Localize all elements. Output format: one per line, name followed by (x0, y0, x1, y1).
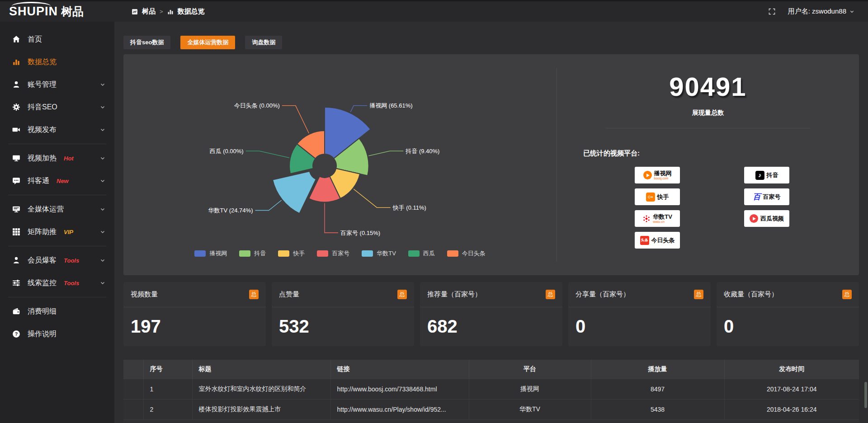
legend-label: 今日头条 (462, 249, 486, 258)
sidebar-item-matrix-boost[interactable]: 矩阵助推VIP (0, 221, 114, 243)
monitor-icon (12, 154, 20, 162)
pie-label-抖音: 抖音 (9.40%) (405, 148, 439, 155)
total-badge[interactable]: 总 (397, 290, 407, 299)
total-impressions-label: 展现量总数 (557, 109, 859, 117)
cell-time: 2018-04-26 16:24 (724, 399, 859, 419)
platform-badges: 播视网boosj.com♪抖音快手百百家号华数TVwasu.cn西瓜视频头条今日… (635, 167, 859, 249)
sidebar-item-label: 线索监控 (28, 278, 57, 288)
breadcrumb-current[interactable]: 数据总览 (178, 7, 205, 16)
platform-name: 百家号 (763, 194, 781, 200)
fullscreen-icon[interactable] (769, 8, 775, 15)
boosj-logo (643, 171, 652, 179)
summary-area: 90491 展现量总数 已统计的视频平台: 播视网boosj.com♪抖音快手百… (557, 54, 859, 275)
sidebar-item-video-heat[interactable]: 视频加热Hot (0, 147, 114, 169)
app-logo[interactable]: SHUPIN 树品 (0, 4, 114, 19)
legend-item-今日头条[interactable]: 今日头条 (447, 249, 486, 258)
chevron-down-icon (100, 258, 105, 263)
sidebar-item-spending-detail[interactable]: 消费明细 (0, 300, 114, 323)
cell-title[interactable]: 楼体投影灯投影效果震撼上市 (192, 399, 330, 419)
user-icon (12, 80, 20, 89)
pie-label-今日头条: 今日头条 (0.00%) (234, 102, 280, 109)
total-badge[interactable]: 总 (546, 290, 555, 299)
cell-time: 2017-08-24 17:04 (724, 379, 859, 399)
logo-text-en: SHUPIN (9, 5, 58, 18)
scrollbar-thumb[interactable] (864, 382, 867, 408)
stat-card-value: 682 (420, 307, 562, 337)
main-content: 抖音seo数据全媒体运营数据询盘数据 播视网 (65.61%)抖音 (9.40%… (114, 22, 868, 423)
logo-text-cn: 树品 (61, 4, 84, 19)
rose-chart-area: 播视网 (65.61%)抖音 (9.40%)快手 (0.11%)百家号 (0.1… (123, 54, 557, 275)
column-header: 链接 (330, 360, 469, 379)
column-header: 播放量 (591, 360, 724, 379)
user-menu[interactable]: 用户名: zswodun88 (788, 7, 854, 16)
breadcrumb-root[interactable]: 树品 (142, 7, 156, 16)
legend-item-西瓜[interactable]: 西瓜 (408, 249, 435, 258)
breadcrumb: 树品 > 数据总览 (132, 7, 205, 16)
total-badge[interactable]: 总 (842, 290, 852, 299)
column-header: 发布时间 (724, 360, 859, 379)
sidebar-item-label: 全媒体运营 (28, 205, 64, 214)
legend-swatch (408, 250, 420, 257)
legend-swatch (278, 250, 289, 257)
legend-swatch (362, 250, 373, 257)
sidebar-item-video-publish[interactable]: 视频发布 (0, 118, 114, 141)
total-badge[interactable]: 总 (694, 290, 703, 299)
cell-link[interactable]: http://www.wasu.cn/Play/show/id/952... (330, 399, 469, 419)
platform-name: 华数TV (653, 214, 672, 220)
tab-bar: 抖音seo数据全媒体运营数据询盘数据 (123, 36, 859, 49)
cell-link[interactable]: http://www.boosj.com/7338468.html (330, 379, 469, 399)
video-icon (12, 126, 20, 134)
toutiao-logo: 头条 (640, 236, 649, 245)
sidebar-item-label: 会员爆客 (28, 256, 57, 265)
platform-name: 抖音 (767, 172, 778, 179)
legend-item-抖音[interactable]: 抖音 (239, 249, 266, 258)
pie-slice-华数TV[interactable] (273, 171, 316, 213)
stat-card-value: 532 (272, 307, 414, 337)
legend-swatch (194, 250, 206, 257)
sidebar-item-label: 账号管理 (28, 80, 57, 89)
videos-table: 序号标题链接平台播放量发布时间 1室外水纹灯和室内水纹灯的区别和简介http:/… (123, 360, 859, 419)
pie-label-播视网: 播视网 (65.61%) (369, 102, 412, 109)
sidebar-item-home[interactable]: 首页 (0, 28, 114, 51)
gear-icon (12, 103, 20, 111)
tab-media-ops-data[interactable]: 全媒体运营数据 (180, 36, 235, 49)
xigua-logo (750, 214, 758, 223)
rose-pie-chart[interactable]: 播视网 (65.61%)抖音 (9.40%)快手 (0.11%)百家号 (0.1… (123, 54, 557, 246)
legend-label: 百家号 (332, 249, 349, 258)
chevron-down-icon (849, 9, 854, 14)
legend-item-快手[interactable]: 快手 (278, 249, 305, 258)
sliders-icon (12, 279, 20, 287)
cell-title[interactable]: 室外水纹灯和室内水纹灯的区别和简介 (192, 379, 330, 399)
wallet-icon (12, 307, 20, 315)
pie-label-line (246, 151, 289, 158)
chevron-down-icon (100, 155, 105, 161)
sidebar-item-label: 视频加热 (28, 154, 57, 163)
stat-card-value: 197 (123, 307, 266, 337)
sidebar-item-media-ops[interactable]: 全媒体运营 (0, 198, 114, 221)
tab-douyin-seo-data[interactable]: 抖音seo数据 (123, 36, 170, 49)
cell-plays: 8497 (591, 379, 724, 399)
sidebar-item-tag: Hot (64, 155, 74, 162)
sidebar-item-douyin-seo[interactable]: 抖音SEO (0, 96, 114, 118)
summary-divider (606, 128, 810, 128)
sidebar-item-data-overview[interactable]: 数据总览 (0, 51, 114, 73)
sidebar-item-leads-monitor[interactable]: 线索监控Tools (0, 272, 114, 294)
sidebar-item-member-baoke[interactable]: 会员爆客Tools (0, 249, 114, 272)
sidebar-item-label: 矩阵助推 (28, 227, 57, 237)
bar-chart-icon (12, 58, 20, 66)
sidebar-divider (8, 297, 106, 297)
row-select-cell (123, 379, 143, 399)
total-impressions-value: 90491 (557, 71, 859, 102)
legend-item-播视网[interactable]: 播视网 (194, 249, 227, 258)
sidebar-item-tag: VIP (64, 229, 73, 235)
sidebar-item-label: 首页 (28, 35, 42, 44)
sidebar-item-account-manage[interactable]: 账号管理 (0, 73, 114, 96)
platform-badge-xigua: 西瓜视频 (744, 210, 789, 227)
legend-item-华数TV[interactable]: 华数TV (362, 249, 396, 258)
sidebar-item-help[interactable]: ?操作说明 (0, 323, 114, 345)
sidebar-item-douketong[interactable]: 抖客通New (0, 169, 114, 192)
legend-swatch (239, 250, 250, 257)
legend-item-百家号[interactable]: 百家号 (317, 249, 349, 258)
total-badge[interactable]: 总 (249, 290, 259, 299)
tab-inquiry-data[interactable]: 询盘数据 (245, 36, 282, 49)
